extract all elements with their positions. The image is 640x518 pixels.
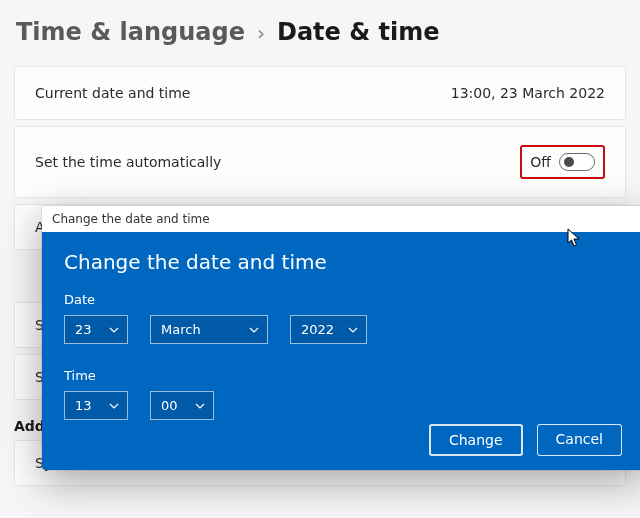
cancel-button[interactable]: Cancel [537,424,622,456]
current-datetime-value: 13:00, 23 March 2022 [451,85,605,101]
minute-select-value: 00 [161,398,178,413]
minute-select[interactable]: 00 [150,391,214,420]
auto-time-label: Set the time automatically [35,154,221,170]
dialog-body: Change the date and time Date 23 March 2… [42,232,640,470]
hour-select[interactable]: 13 [64,391,128,420]
auto-time-toggle[interactable] [559,153,595,171]
change-datetime-dialog: Change the date and time Change the date… [42,206,640,470]
panel-current-datetime: Current date and time 13:00, 23 March 20… [14,66,626,120]
breadcrumb-current: Date & time [277,18,440,46]
chevron-down-icon [109,403,119,409]
chevron-down-icon [348,327,358,333]
chevron-down-icon [195,403,205,409]
date-field-label: Date [64,292,622,307]
chevron-down-icon [249,327,259,333]
breadcrumb-parent[interactable]: Time & language [16,18,245,46]
breadcrumb: Time & language › Date & time [0,0,640,66]
highlight-box: Off [520,145,605,179]
time-field-label: Time [64,368,622,383]
year-select[interactable]: 2022 [290,315,367,344]
toggle-knob [564,157,574,167]
day-select[interactable]: 23 [64,315,128,344]
current-datetime-label: Current date and time [35,85,190,101]
hour-select-value: 13 [75,398,92,413]
panel-auto-time: Set the time automatically Off [14,126,626,198]
year-select-value: 2022 [301,322,334,337]
auto-time-state-label: Off [530,154,551,170]
chevron-down-icon [109,327,119,333]
breadcrumb-separator: › [257,21,265,45]
month-select-value: March [161,322,201,337]
change-button[interactable]: Change [429,424,523,456]
month-select[interactable]: March [150,315,268,344]
dialog-heading: Change the date and time [64,250,622,274]
day-select-value: 23 [75,322,92,337]
dialog-titlebar: Change the date and time [42,206,640,232]
